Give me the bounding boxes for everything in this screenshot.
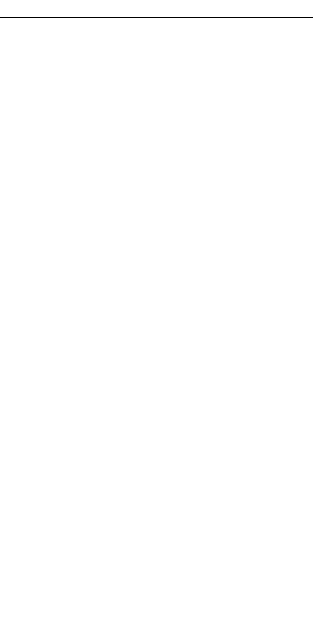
- trace-list: [0, 17, 313, 18]
- seismic-waveform-viewer: [0, 0, 313, 644]
- time-window-bar: [0, 9, 313, 17]
